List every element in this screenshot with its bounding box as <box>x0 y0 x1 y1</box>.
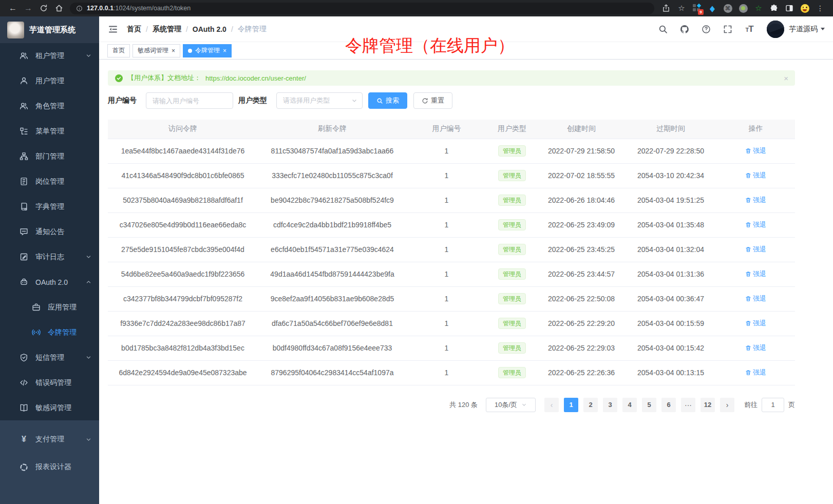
select-chevron-icon <box>351 98 357 104</box>
force-logout-button[interactable]: 强退 <box>745 245 766 254</box>
home-icon[interactable] <box>52 2 66 15</box>
emoji-icon[interactable] <box>798 2 811 15</box>
user-name[interactable]: 芋道源码 <box>789 25 818 34</box>
page-button-5[interactable]: 5 <box>642 398 656 412</box>
table-row: f9336e7c7dd242a283ee98dc86b17a87dfa6c71a… <box>108 311 795 336</box>
force-logout-button[interactable]: 强退 <box>745 171 766 180</box>
command-circle-icon[interactable]: ⌘ <box>721 2 734 15</box>
page-button-4[interactable]: 4 <box>622 398 637 412</box>
sidebar-item-tenant[interactable]: 租户管理 <box>0 43 99 68</box>
extensions-grid-icon[interactable]: 9 <box>690 2 704 15</box>
bookmark-star-icon[interactable]: ☆ <box>675 2 688 15</box>
record-circle-icon[interactable] <box>736 2 750 15</box>
force-logout-button[interactable]: 强退 <box>745 319 766 328</box>
force-logout-label: 强退 <box>753 245 766 254</box>
tab-0[interactable]: 首页 <box>107 44 130 57</box>
address-bar[interactable]: 127.0.0.1:1024/system/oauth2/token <box>70 3 654 14</box>
alert-doc-link[interactable]: https://doc.iocoder.cn/user-center/ <box>205 74 306 82</box>
trash-icon <box>745 148 751 154</box>
page-button-2[interactable]: 2 <box>583 398 598 412</box>
top-navbar: 首页/系统管理/OAuth 2.0/令牌管理 TT 芋道源码 <box>99 16 833 42</box>
page-button-1[interactable]: 1 <box>564 398 578 412</box>
page-button-3[interactable]: 3 <box>603 398 617 412</box>
breadcrumb-item-0[interactable]: 首页 <box>127 25 141 34</box>
sidebar-item-notice[interactable]: 通知公告 <box>0 219 99 244</box>
sidebar-item-pay[interactable]: ¥支付管理 <box>0 425 99 453</box>
sidebar-item-role[interactable]: 角色管理 <box>0 93 99 119</box>
refresh-token-cell: dfa6c71a50a54c66bef706ef9e6e8d81 <box>258 311 407 336</box>
force-logout-button[interactable]: 强退 <box>745 196 766 205</box>
user-avatar[interactable] <box>767 21 784 38</box>
reset-button[interactable]: 重置 <box>413 92 452 109</box>
sidebar-item-oauth2-app[interactable]: 应用管理 <box>0 295 99 320</box>
force-logout-button[interactable]: 强退 <box>745 269 766 279</box>
split-view-icon[interactable] <box>783 2 796 15</box>
back-icon[interactable]: ← <box>6 2 20 15</box>
puzzle-icon[interactable] <box>767 2 781 15</box>
kebab-menu-icon[interactable]: ⋮ <box>813 2 827 15</box>
access-token-cell: c342377bf8b344799dcbf7bf095287f2 <box>108 286 258 311</box>
search-button[interactable]: 搜索 <box>368 92 407 109</box>
expires-cell: 2054-03-04 01:31:36 <box>625 262 716 286</box>
gem-icon[interactable]: ◆ <box>706 2 719 15</box>
force-logout-button[interactable]: 强退 <box>745 220 766 229</box>
sidebar-item-dept[interactable]: 部门管理 <box>0 144 99 169</box>
user-menu-caret-icon[interactable] <box>821 28 825 30</box>
prev-page-button[interactable]: ‹ <box>544 398 559 412</box>
share-icon[interactable] <box>659 2 673 15</box>
font-size-icon[interactable]: TT <box>744 24 754 34</box>
doc-alert: 【用户体系】文档地址： https://doc.iocoder.cn/user-… <box>108 70 795 86</box>
user-id-input[interactable] <box>146 92 233 109</box>
sidebar-item-label: 令牌管理 <box>48 328 92 337</box>
sidebar-fold-icon[interactable] <box>107 24 119 35</box>
breadcrumb-item-2[interactable]: OAuth 2.0 <box>193 25 226 33</box>
sidebar-item-dict[interactable]: 字典管理 <box>0 194 99 219</box>
sidebar-item-oauth2-token[interactable]: 令牌管理 <box>0 320 99 345</box>
sidebar-item-label: 应用管理 <box>48 303 92 312</box>
sidebar-item-post[interactable]: 岗位管理 <box>0 169 99 194</box>
green-star-icon[interactable]: ☆ <box>752 2 765 15</box>
sidebar-item-user[interactable]: 用户管理 <box>0 68 99 93</box>
sidebar-item-label: 用户管理 <box>35 76 92 86</box>
tab-2[interactable]: 令牌管理× <box>183 44 232 57</box>
sidebar-item-audit[interactable]: 审计日志 <box>0 244 99 269</box>
sidebar-item-errcode[interactable]: 错误码管理 <box>0 370 99 395</box>
github-icon[interactable] <box>679 24 690 34</box>
access-token-cell: 6d842e2924594de9a09e45e087323abe <box>108 360 258 385</box>
sidebar-item-sensitive[interactable]: 敏感词管理 <box>0 395 99 420</box>
search-icon[interactable] <box>658 24 668 34</box>
app-logo[interactable]: 芋道管理系统 <box>0 16 99 43</box>
page-ellipsis[interactable]: ··· <box>681 398 695 412</box>
reload-icon[interactable] <box>37 2 50 15</box>
help-icon[interactable] <box>701 24 711 34</box>
force-logout-button[interactable]: 强退 <box>745 294 766 303</box>
next-page-button[interactable]: › <box>720 398 734 412</box>
force-logout-button[interactable]: 强退 <box>745 343 766 353</box>
tab-close-icon[interactable]: × <box>172 48 175 54</box>
breadcrumb-item-1[interactable]: 系统管理 <box>153 25 181 34</box>
site-info-icon[interactable] <box>76 5 83 12</box>
force-logout-button[interactable]: 强退 <box>745 146 766 156</box>
page-button-12[interactable]: 12 <box>701 398 715 412</box>
sidebar-item-sms[interactable]: 短信管理 <box>0 345 99 370</box>
user-type-badge: 管理员 <box>498 219 526 230</box>
sidebar-item-menu[interactable]: 菜单管理 <box>0 119 99 144</box>
alert-close-icon[interactable]: × <box>784 74 788 83</box>
sidebar-item-label: 报表设计器 <box>35 462 92 472</box>
sidebar-item-oauth2[interactable]: OAuth 2.0 <box>0 269 99 295</box>
force-logout-button[interactable]: 强退 <box>745 368 766 377</box>
main-area: 令牌管理（在线用户） 首页/系统管理/OAuth 2.0/令牌管理 TT 芋道源… <box>99 16 833 504</box>
created-cell: 2022-06-25 22:29:03 <box>538 336 625 360</box>
page-button-6[interactable]: 6 <box>661 398 676 412</box>
page-size-select[interactable]: 10条/页 <box>486 398 536 412</box>
briefcase-icon <box>32 303 41 312</box>
tab-close-icon[interactable]: × <box>223 48 226 54</box>
table-row: b0d1785bc3a8482f812db4a3f3bd15ecb0df4980… <box>108 336 795 360</box>
fullscreen-icon[interactable] <box>723 24 733 34</box>
sidebar-item-report[interactable]: 报表设计器 <box>0 453 99 481</box>
table-row: 502375b8040a469a9b82188afdf6af1fbe90422b… <box>108 188 795 212</box>
forward-icon[interactable]: → <box>22 2 35 15</box>
user-type-select[interactable]: 请选择用户类型 <box>276 92 363 109</box>
tab-1[interactable]: 敏感词管理× <box>132 44 180 57</box>
goto-page-input[interactable] <box>762 398 784 412</box>
